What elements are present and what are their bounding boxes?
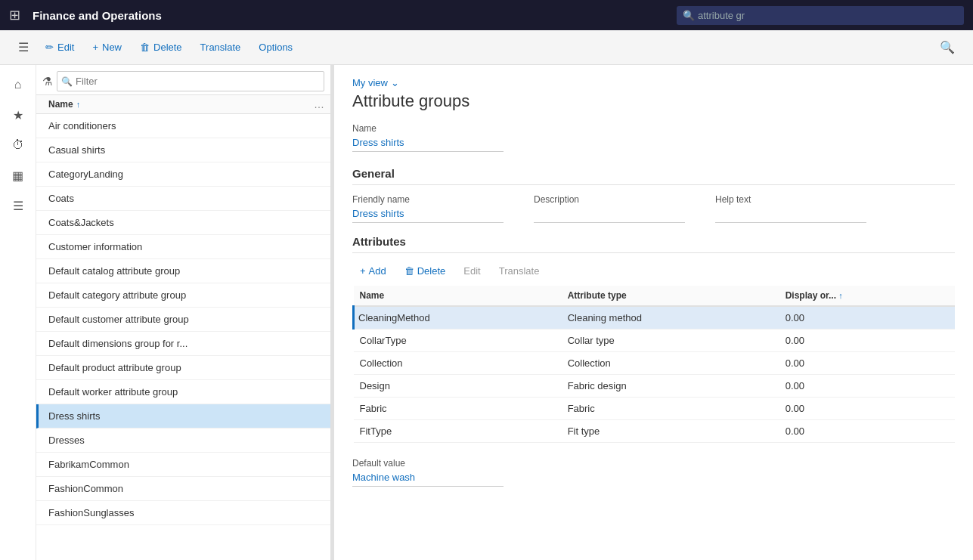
list-item[interactable]: Dresses	[36, 429, 330, 453]
top-search-wrapper: 🔍	[677, 6, 964, 25]
table-cell-display_order: 0.00	[779, 352, 955, 375]
sidebar-icons: ⌂ ★ ⏱ ▦ ☰	[0, 65, 36, 560]
filter-search-icon: 🔍	[61, 76, 73, 87]
my-view-row[interactable]: My view ⌄	[352, 77, 955, 88]
table-cell-attribute_type: Collection	[562, 352, 779, 375]
filter-button[interactable]: ⚗	[42, 75, 52, 88]
attr-col-display: Display or... ↑	[779, 286, 955, 306]
help-text-col: Help text	[715, 194, 866, 223]
name-label: Name	[352, 123, 955, 134]
delete-icon: 🗑	[140, 42, 150, 53]
list-item[interactable]: Default customer attribute group	[36, 308, 330, 332]
list-item[interactable]: Default catalog attribute group	[36, 259, 330, 283]
edit-attr-button[interactable]: Edit	[456, 262, 488, 280]
list-item[interactable]: Default category attribute group	[36, 283, 330, 308]
filter-input-wrapper: 🔍	[57, 71, 324, 91]
list-header-name: Name ↑	[48, 99, 314, 110]
delete-attr-icon: 🗑	[404, 265, 414, 277]
list-item[interactable]: FabrikamCommon	[36, 453, 330, 477]
list-header: Name ↑ …	[36, 94, 330, 114]
description-label: Description	[534, 194, 685, 205]
attr-col-name: Name	[354, 286, 562, 306]
search-button-bar[interactable]: 🔍	[934, 37, 961, 57]
sidebar-workspaces-button[interactable]: ▦	[5, 162, 32, 189]
description-col: Description	[534, 194, 685, 223]
attributes-table: Name Attribute type Display or... ↑ Clea…	[352, 286, 955, 443]
list-item[interactable]: CategoryLanding	[36, 162, 330, 187]
general-fields-row: Friendly name Dress shirts Description H…	[352, 194, 955, 223]
table-cell-attribute_type: Fabric	[562, 398, 779, 420]
table-row[interactable]: FabricFabric0.00	[354, 398, 956, 420]
app-title: Finance and Operations	[33, 9, 162, 22]
name-value[interactable]: Dress shirts	[352, 137, 504, 152]
friendly-name-label: Friendly name	[352, 194, 504, 205]
name-field-group: Name Dress shirts	[352, 123, 955, 152]
sidebar-home-button[interactable]: ⌂	[5, 71, 32, 98]
list-item[interactable]: Default dimensions group for r...	[36, 332, 330, 356]
add-attr-button[interactable]: + Add	[352, 262, 394, 280]
table-cell-name: FitType	[354, 420, 562, 443]
friendly-name-value[interactable]: Dress shirts	[352, 208, 504, 223]
translate-attr-button[interactable]: Translate	[491, 262, 547, 280]
action-bar: ☰ ✏ Edit + New 🗑 Delete Translate Option…	[0, 30, 973, 65]
list-item[interactable]: Customer information	[36, 235, 330, 259]
list-item[interactable]: Default product attribute group	[36, 356, 330, 380]
table-row[interactable]: DesignFabric design0.00	[354, 375, 956, 398]
description-value[interactable]	[534, 208, 685, 223]
top-search-icon: 🔍	[683, 10, 695, 21]
translate-button[interactable]: Translate	[193, 38, 249, 57]
filter-input[interactable]	[57, 71, 324, 91]
table-cell-display_order: 0.00	[779, 375, 955, 398]
new-button[interactable]: + New	[85, 38, 129, 57]
sidebar-recent-button[interactable]: ⏱	[5, 131, 32, 159]
help-text-value[interactable]	[715, 208, 866, 223]
sort-asc-icon: ↑	[76, 100, 81, 109]
table-cell-name: CollarType	[354, 330, 562, 352]
list-item[interactable]: FashionSunglasses	[36, 501, 330, 525]
list-items: Air conditionersCasual shirtsCategoryLan…	[36, 114, 330, 560]
table-cell-name: CleaningMethod	[354, 306, 562, 330]
default-value[interactable]: Machine wash	[352, 472, 504, 487]
default-value-label: Default value	[352, 458, 955, 469]
table-row[interactable]: FitTypeFit type0.00	[354, 420, 956, 443]
list-header-more-icon[interactable]: …	[314, 98, 324, 110]
list-item[interactable]: Casual shirts	[36, 138, 330, 162]
default-value-section: Default value Machine wash	[352, 458, 955, 487]
table-cell-name: Design	[354, 375, 562, 398]
edit-icon: ✏	[45, 42, 54, 53]
new-icon: +	[92, 42, 98, 53]
options-button[interactable]: Options	[251, 38, 300, 57]
table-row[interactable]: CollarTypeCollar type0.00	[354, 330, 956, 352]
attr-table-header-row: Name Attribute type Display or... ↑	[354, 286, 956, 306]
delete-attr-button[interactable]: 🗑 Delete	[397, 262, 454, 280]
add-icon: +	[360, 265, 366, 277]
delete-button[interactable]: 🗑 Delete	[132, 38, 190, 57]
list-item[interactable]: Coats&Jackets	[36, 211, 330, 235]
table-row[interactable]: CollectionCollection0.00	[354, 352, 956, 375]
list-item[interactable]: Coats	[36, 187, 330, 211]
sidebar-modules-button[interactable]: ☰	[5, 192, 32, 219]
table-cell-name: Fabric	[354, 398, 562, 420]
list-item[interactable]: Dress shirts	[36, 404, 330, 429]
hamburger-button[interactable]: ☰	[12, 37, 35, 57]
edit-button[interactable]: ✏ Edit	[38, 38, 82, 57]
list-item[interactable]: Air conditioners	[36, 114, 330, 138]
friendly-name-col: Friendly name Dress shirts	[352, 194, 504, 223]
attributes-section-header: Attributes	[352, 235, 955, 253]
top-search-input[interactable]	[677, 6, 964, 25]
grid-icon[interactable]: ⊞	[9, 7, 20, 23]
display-sort-icon: ↑	[838, 291, 843, 300]
table-cell-name: Collection	[354, 352, 562, 375]
table-row[interactable]: CleaningMethodCleaning method0.00	[354, 306, 956, 330]
list-toolbar: ⚗ 🔍	[36, 65, 330, 94]
table-cell-display_order: 0.00	[779, 330, 955, 352]
top-bar: ⊞ Finance and Operations 🔍	[0, 0, 973, 30]
sidebar-favorites-button[interactable]: ★	[5, 101, 32, 128]
general-section-header: General	[352, 167, 955, 185]
list-item[interactable]: FashionCommon	[36, 477, 330, 501]
my-view-label: My view	[352, 77, 388, 88]
table-cell-display_order: 0.00	[779, 306, 955, 330]
my-view-chevron-icon: ⌄	[391, 77, 399, 88]
help-text-label: Help text	[715, 194, 866, 205]
list-item[interactable]: Default worker attribute group	[36, 380, 330, 404]
